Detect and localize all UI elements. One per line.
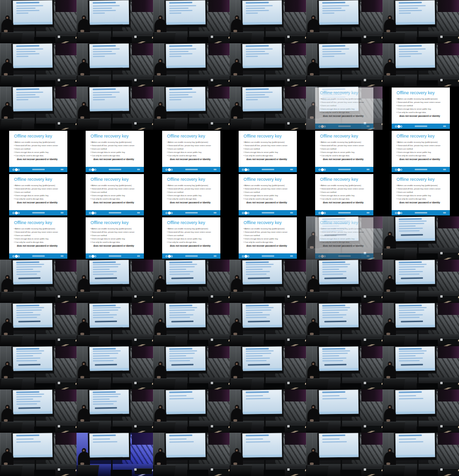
presenter-face xyxy=(389,233,391,235)
frame-r2c3-photo-early[interactable] xyxy=(230,87,306,130)
curtain xyxy=(55,43,76,55)
podium xyxy=(306,292,329,303)
frame-r7c2-photo-bullets[interactable] xyxy=(153,303,230,346)
frame-r1c2-photo-early[interactable] xyxy=(153,43,230,87)
frame-r0c2-photo-early[interactable] xyxy=(153,0,230,43)
frame-r4c3-slide[interactable]: Offline recovery key Admin can enable re… xyxy=(230,173,306,216)
frame-r0c3-photo-early[interactable] xyxy=(230,0,306,43)
projected-text-line xyxy=(399,398,423,399)
frame-r7c3-photo-bullets[interactable] xyxy=(230,303,306,346)
frame-r10c1-photo-blue[interactable] xyxy=(76,433,153,476)
frame-r0c4-photo-early[interactable] xyxy=(306,0,382,43)
frame-r9c4-photo-late[interactable] xyxy=(306,389,382,433)
frame-r4c1-slide[interactable]: Offline recovery key Admin can enable re… xyxy=(76,173,153,216)
frame-r2c5-slide[interactable]: Offline recovery key Admin can enable re… xyxy=(382,87,459,130)
frame-r0c5-photo-early[interactable] xyxy=(382,0,459,43)
projected-text-line xyxy=(16,401,40,402)
frame-r1c4-photo-early[interactable] xyxy=(306,43,382,87)
frame-r6c1-photo-bullets[interactable] xyxy=(76,260,153,303)
frame-r9c5-photo-late[interactable] xyxy=(382,389,459,433)
projector-screen xyxy=(241,433,284,461)
frame-r7c4-photo-bullets[interactable] xyxy=(306,303,382,346)
frame-r5c5-photo-bullets[interactable] xyxy=(382,216,459,260)
projected-footer-bar xyxy=(242,411,282,414)
presenter-face xyxy=(83,320,85,322)
frame-r3c0-slide[interactable]: Offline recovery key Admin can enable re… xyxy=(0,130,76,173)
frame-r8c5-photo-bullets[interactable] xyxy=(382,346,459,389)
frame-r5c3-slide[interactable]: Offline recovery key Admin can enable re… xyxy=(230,216,306,260)
cup xyxy=(287,382,290,384)
frame-r10c3-photo-late[interactable] xyxy=(230,433,306,476)
podium xyxy=(76,75,99,87)
slide-bullet: Users encrypt data to server public key xyxy=(396,194,449,197)
frame-r8c1-photo-bullets[interactable] xyxy=(76,346,153,389)
projector-screen xyxy=(165,346,207,374)
frame-r8c2-photo-bullets[interactable] xyxy=(153,346,230,389)
frame-r5c1-slide[interactable]: Offline recovery key Admin can enable re… xyxy=(76,216,153,260)
desk-equipment xyxy=(34,426,55,433)
projected-slide xyxy=(395,303,435,327)
frame-r10c0-photo-late[interactable] xyxy=(0,433,76,476)
frame-r3c5-slide[interactable]: Offline recovery key Admin can enable re… xyxy=(382,130,459,173)
frame-r8c0-photo-bullets[interactable] xyxy=(0,346,76,389)
frame-r1c3-photo-early[interactable] xyxy=(230,43,306,87)
frame-r4c4-slide[interactable]: Offline recovery key Admin can enable re… xyxy=(306,173,382,216)
frame-r0c1-photo-early[interactable] xyxy=(76,0,153,43)
frame-r7c1-photo-bullets[interactable] xyxy=(76,303,153,346)
frame-r6c0-photo-bullets[interactable] xyxy=(0,260,76,303)
frame-r1c0-photo-early[interactable] xyxy=(0,43,76,87)
slide-bullet: Generated off-line, private key never en… xyxy=(320,230,373,234)
curtain xyxy=(361,0,382,12)
nextcloud-logo-icon xyxy=(166,212,173,214)
frame-r9c2-photo-late[interactable] xyxy=(153,389,230,433)
slide-title: Offline recovery key xyxy=(90,220,128,225)
frame-r3c4-slide[interactable]: Offline recovery key Admin can enable re… xyxy=(306,130,382,173)
frame-r6c2-photo-bullets[interactable] xyxy=(153,260,230,303)
frame-r1c1-photo-early[interactable] xyxy=(76,43,153,87)
frame-r3c1-slide[interactable]: Offline recovery key Admin can enable re… xyxy=(76,130,153,173)
frame-r2c0-photo-early[interactable] xyxy=(0,87,76,130)
frame-r4c0-slide[interactable]: Offline recovery key Admin can enable re… xyxy=(0,173,76,216)
frame-r8c3-photo-bullets[interactable] xyxy=(230,346,306,389)
frame-r4c2-slide[interactable]: Offline recovery key Admin can enable re… xyxy=(153,173,230,216)
projected-text-line xyxy=(16,353,41,354)
frame-r10c5-photo-late[interactable] xyxy=(382,433,459,476)
frame-r5c2-slide[interactable]: Offline recovery key Admin can enable re… xyxy=(153,216,230,260)
projected-text-line xyxy=(246,97,269,98)
frame-r9c1-photo-bullets[interactable] xyxy=(76,389,153,433)
frame-r3c3-slide[interactable]: Offline recovery key Admin can enable re… xyxy=(230,130,306,173)
slide: Offline recovery key Admin can enable re… xyxy=(86,217,144,259)
projected-text-line xyxy=(246,51,265,52)
slide-bullet: Can only be used to decrypt data xyxy=(90,154,143,157)
frame-r6c5-photo-bullets[interactable] xyxy=(382,260,459,303)
frame-r8c4-photo-bullets[interactable] xyxy=(306,346,382,389)
projected-bold-line xyxy=(325,364,347,366)
frame-r6c4-photo-bullets[interactable] xyxy=(306,260,382,303)
frame-r5c0-slide[interactable]: Offline recovery key Admin can enable re… xyxy=(0,216,76,260)
frame-r7c5-photo-bullets[interactable] xyxy=(382,303,459,346)
frame-r10c2-photo-late[interactable] xyxy=(153,433,230,476)
frame-r4c5-slide[interactable]: Offline recovery key Admin can enable re… xyxy=(382,173,459,216)
frame-r9c3-photo-late[interactable] xyxy=(230,389,306,433)
frame-r6c3-photo-bullets[interactable] xyxy=(230,260,306,303)
desk-equipment xyxy=(364,36,382,41)
frame-r0c0-photo-early[interactable] xyxy=(0,0,76,43)
projected-text-line xyxy=(16,438,34,440)
desk-equipment xyxy=(34,37,55,43)
footer-text xyxy=(338,125,351,127)
frame-r2c1-photo-early[interactable] xyxy=(76,87,153,130)
frame-r1c5-photo-early[interactable] xyxy=(382,43,459,87)
frame-r2c2-photo-early[interactable] xyxy=(153,87,230,130)
frame-r9c0-photo-bullets[interactable] xyxy=(0,389,76,433)
projector-screen xyxy=(394,260,437,288)
frame-r5c4-dissolve-out[interactable]: Offline recovery key Admin can enable re… xyxy=(306,216,382,260)
frame-r7c0-photo-bullets[interactable] xyxy=(0,303,76,346)
projected-text-line xyxy=(93,353,118,354)
frame-r2c4-dissolve-in[interactable]: Offline recovery key Admin can enable re… xyxy=(306,87,382,130)
slide-emphasis: does not recover password or identity xyxy=(323,201,373,204)
projected-footer-bar xyxy=(89,22,129,25)
projected-footer-bar xyxy=(395,238,435,241)
frame-r3c2-slide[interactable]: Offline recovery key Admin can enable re… xyxy=(153,130,230,173)
frame-r10c4-photo-late[interactable] xyxy=(306,433,382,476)
projected-slide xyxy=(13,260,53,284)
